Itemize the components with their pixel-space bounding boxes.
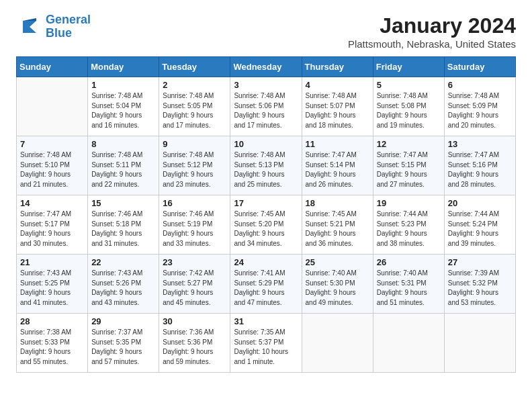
header-thursday: Thursday bbox=[302, 57, 373, 77]
day-cell: 13Sunrise: 7:47 AMSunset: 5:16 PMDayligh… bbox=[444, 136, 515, 195]
day-cell: 1Sunrise: 7:48 AMSunset: 5:04 PMDaylight… bbox=[88, 77, 159, 136]
day-number: 17 bbox=[234, 198, 298, 208]
day-number: 6 bbox=[448, 80, 512, 90]
day-info: Sunrise: 7:40 AMSunset: 5:31 PMDaylight:… bbox=[377, 269, 441, 308]
day-cell: 20Sunrise: 7:44 AMSunset: 5:24 PMDayligh… bbox=[444, 195, 515, 255]
page-header: General Blue January 2024 Plattsmouth, N… bbox=[16, 13, 516, 50]
day-cell: 2Sunrise: 7:48 AMSunset: 5:05 PMDaylight… bbox=[159, 77, 230, 136]
day-number: 20 bbox=[448, 198, 512, 208]
logo-blue: Blue bbox=[46, 26, 72, 40]
day-info: Sunrise: 7:48 AMSunset: 5:09 PMDaylight:… bbox=[448, 91, 512, 130]
day-cell: 31Sunrise: 7:35 AMSunset: 5:37 PMDayligh… bbox=[230, 314, 302, 373]
header-monday: Monday bbox=[88, 57, 159, 77]
day-info: Sunrise: 7:48 AMSunset: 5:13 PMDaylight:… bbox=[234, 150, 298, 189]
day-info: Sunrise: 7:44 AMSunset: 5:24 PMDaylight:… bbox=[448, 210, 512, 248]
day-cell: 19Sunrise: 7:44 AMSunset: 5:23 PMDayligh… bbox=[373, 195, 444, 255]
day-number: 11 bbox=[306, 139, 369, 149]
day-number: 14 bbox=[20, 198, 84, 208]
day-info: Sunrise: 7:45 AMSunset: 5:20 PMDaylight:… bbox=[234, 210, 298, 248]
day-number: 28 bbox=[20, 316, 84, 326]
day-cell: 21Sunrise: 7:43 AMSunset: 5:25 PMDayligh… bbox=[17, 255, 88, 314]
day-info: Sunrise: 7:45 AMSunset: 5:21 PMDaylight:… bbox=[306, 210, 369, 248]
day-number: 19 bbox=[377, 198, 441, 208]
header-sunday: Sunday bbox=[17, 57, 88, 77]
day-cell: 4Sunrise: 7:48 AMSunset: 5:07 PMDaylight… bbox=[302, 77, 373, 136]
day-number: 10 bbox=[234, 139, 298, 149]
day-cell: 7Sunrise: 7:48 AMSunset: 5:10 PMDaylight… bbox=[17, 136, 88, 195]
day-info: Sunrise: 7:47 AMSunset: 5:14 PMDaylight:… bbox=[306, 150, 369, 189]
day-number: 8 bbox=[91, 139, 155, 149]
header-row: SundayMondayTuesdayWednesdayThursdayFrid… bbox=[17, 57, 516, 77]
day-number: 31 bbox=[234, 316, 298, 326]
day-cell bbox=[302, 314, 373, 373]
day-info: Sunrise: 7:48 AMSunset: 5:12 PMDaylight:… bbox=[163, 150, 226, 189]
month-title: January 2024 bbox=[348, 13, 516, 38]
week-row-2: 7Sunrise: 7:48 AMSunset: 5:10 PMDaylight… bbox=[17, 136, 516, 195]
day-info: Sunrise: 7:38 AMSunset: 5:33 PMDaylight:… bbox=[20, 328, 84, 367]
day-number: 9 bbox=[163, 139, 226, 149]
day-number: 22 bbox=[91, 257, 155, 267]
day-cell bbox=[373, 314, 444, 373]
title-block: January 2024 Plattsmouth, Nebraska, Unit… bbox=[348, 13, 516, 50]
logo: General Blue bbox=[16, 13, 91, 40]
day-info: Sunrise: 7:48 AMSunset: 5:07 PMDaylight:… bbox=[306, 91, 369, 130]
day-info: Sunrise: 7:46 AMSunset: 5:18 PMDaylight:… bbox=[91, 210, 155, 248]
day-cell: 22Sunrise: 7:43 AMSunset: 5:26 PMDayligh… bbox=[88, 255, 159, 314]
day-info: Sunrise: 7:41 AMSunset: 5:29 PMDaylight:… bbox=[234, 269, 298, 308]
day-cell: 17Sunrise: 7:45 AMSunset: 5:20 PMDayligh… bbox=[230, 195, 302, 255]
day-number: 1 bbox=[91, 80, 155, 90]
day-number: 24 bbox=[234, 257, 298, 267]
day-info: Sunrise: 7:48 AMSunset: 5:11 PMDaylight:… bbox=[91, 150, 155, 189]
header-tuesday: Tuesday bbox=[159, 57, 230, 77]
logo-icon bbox=[16, 14, 42, 40]
day-info: Sunrise: 7:39 AMSunset: 5:32 PMDaylight:… bbox=[448, 269, 512, 308]
day-info: Sunrise: 7:42 AMSunset: 5:27 PMDaylight:… bbox=[163, 269, 226, 308]
day-cell: 9Sunrise: 7:48 AMSunset: 5:12 PMDaylight… bbox=[159, 136, 230, 195]
day-cell: 5Sunrise: 7:48 AMSunset: 5:08 PMDaylight… bbox=[373, 77, 444, 136]
week-row-5: 28Sunrise: 7:38 AMSunset: 5:33 PMDayligh… bbox=[17, 314, 516, 373]
day-cell: 8Sunrise: 7:48 AMSunset: 5:11 PMDaylight… bbox=[88, 136, 159, 195]
day-info: Sunrise: 7:36 AMSunset: 5:36 PMDaylight:… bbox=[163, 328, 226, 367]
day-cell: 3Sunrise: 7:48 AMSunset: 5:06 PMDaylight… bbox=[230, 77, 302, 136]
day-cell: 25Sunrise: 7:40 AMSunset: 5:30 PMDayligh… bbox=[302, 255, 373, 314]
day-cell: 27Sunrise: 7:39 AMSunset: 5:32 PMDayligh… bbox=[444, 255, 515, 314]
day-cell: 28Sunrise: 7:38 AMSunset: 5:33 PMDayligh… bbox=[17, 314, 88, 373]
week-row-4: 21Sunrise: 7:43 AMSunset: 5:25 PMDayligh… bbox=[17, 255, 516, 314]
day-number: 18 bbox=[306, 198, 369, 208]
day-cell: 30Sunrise: 7:36 AMSunset: 5:36 PMDayligh… bbox=[159, 314, 230, 373]
logo-general: General bbox=[46, 13, 91, 26]
day-info: Sunrise: 7:35 AMSunset: 5:37 PMDaylight:… bbox=[234, 328, 298, 367]
day-cell: 16Sunrise: 7:46 AMSunset: 5:19 PMDayligh… bbox=[159, 195, 230, 255]
day-number: 29 bbox=[91, 316, 155, 326]
day-number: 21 bbox=[20, 257, 84, 267]
day-info: Sunrise: 7:43 AMSunset: 5:25 PMDaylight:… bbox=[20, 269, 84, 308]
calendar-body: 1Sunrise: 7:48 AMSunset: 5:04 PMDaylight… bbox=[17, 77, 516, 373]
day-info: Sunrise: 7:46 AMSunset: 5:19 PMDaylight:… bbox=[163, 210, 226, 248]
day-cell: 11Sunrise: 7:47 AMSunset: 5:14 PMDayligh… bbox=[302, 136, 373, 195]
day-number: 3 bbox=[234, 80, 298, 90]
day-cell: 29Sunrise: 7:37 AMSunset: 5:35 PMDayligh… bbox=[88, 314, 159, 373]
day-number: 7 bbox=[20, 139, 84, 149]
header-saturday: Saturday bbox=[444, 57, 515, 77]
day-number: 25 bbox=[306, 257, 369, 267]
week-row-1: 1Sunrise: 7:48 AMSunset: 5:04 PMDaylight… bbox=[17, 77, 516, 136]
day-info: Sunrise: 7:48 AMSunset: 5:06 PMDaylight:… bbox=[234, 91, 298, 130]
day-number: 26 bbox=[377, 257, 441, 267]
day-info: Sunrise: 7:48 AMSunset: 5:04 PMDaylight:… bbox=[91, 91, 155, 130]
day-cell: 26Sunrise: 7:40 AMSunset: 5:31 PMDayligh… bbox=[373, 255, 444, 314]
day-cell: 6Sunrise: 7:48 AMSunset: 5:09 PMDaylight… bbox=[444, 77, 515, 136]
day-number: 23 bbox=[163, 257, 226, 267]
day-number: 4 bbox=[306, 80, 369, 90]
day-cell: 14Sunrise: 7:47 AMSunset: 5:17 PMDayligh… bbox=[17, 195, 88, 255]
day-info: Sunrise: 7:37 AMSunset: 5:35 PMDaylight:… bbox=[91, 328, 155, 367]
day-cell: 23Sunrise: 7:42 AMSunset: 5:27 PMDayligh… bbox=[159, 255, 230, 314]
day-info: Sunrise: 7:44 AMSunset: 5:23 PMDaylight:… bbox=[377, 210, 441, 248]
day-cell: 10Sunrise: 7:48 AMSunset: 5:13 PMDayligh… bbox=[230, 136, 302, 195]
day-cell: 24Sunrise: 7:41 AMSunset: 5:29 PMDayligh… bbox=[230, 255, 302, 314]
svg-marker-1 bbox=[23, 18, 36, 21]
day-info: Sunrise: 7:43 AMSunset: 5:26 PMDaylight:… bbox=[91, 269, 155, 308]
day-info: Sunrise: 7:48 AMSunset: 5:10 PMDaylight:… bbox=[20, 150, 84, 189]
header-friday: Friday bbox=[373, 57, 444, 77]
day-info: Sunrise: 7:40 AMSunset: 5:30 PMDaylight:… bbox=[306, 269, 369, 308]
calendar-table: SundayMondayTuesdayWednesdayThursdayFrid… bbox=[16, 56, 516, 373]
